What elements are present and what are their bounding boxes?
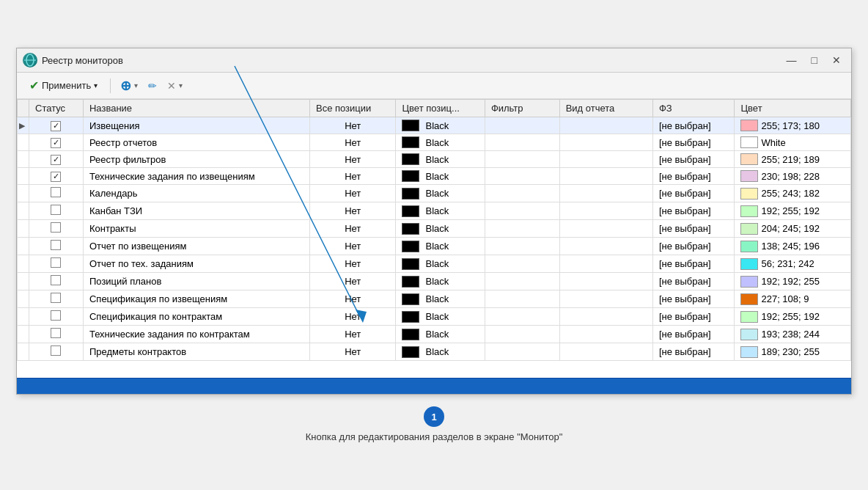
status-checkbox[interactable] [51, 328, 61, 338]
data-table: Статус Название Все позиции Цвет позиц..… [17, 99, 851, 361]
annotation-number: 1 [431, 412, 436, 423]
status-checkbox[interactable] [51, 257, 61, 268]
edit-button[interactable]: ✏ [144, 77, 161, 95]
table-row[interactable]: КонтрактыНетBlack[не выбран]204; 245; 19… [18, 220, 851, 238]
row-fz: [не выбран] [652, 290, 734, 308]
status-cell[interactable] [29, 343, 84, 361]
color-swatch [402, 258, 419, 270]
table-row[interactable]: Канбан ТЗИНетBlack[не выбран]192; 255; 1… [18, 202, 851, 220]
add-dropdown-arrow: ▾ [134, 81, 138, 89]
row-result-color: 138; 245; 196 [735, 238, 851, 255]
color-label: Black [425, 311, 449, 322]
status-checkbox[interactable] [51, 240, 61, 250]
status-checkbox[interactable]: ✓ [51, 155, 61, 165]
title-bar: Реестр мониторов — □ ✕ [17, 48, 851, 73]
table-row[interactable]: ▶✓ИзвещенияНетBlack[не выбран]255; 173; … [18, 117, 851, 134]
status-checkbox[interactable] [51, 222, 61, 233]
row-indicator [18, 168, 29, 185]
status-cell[interactable] [29, 202, 84, 220]
status-checkbox[interactable]: ✓ [51, 172, 61, 182]
row-color-position: Black [396, 151, 485, 168]
result-color-label: 193; 238; 244 [761, 329, 820, 340]
result-color-swatch [740, 136, 758, 148]
status-checkbox[interactable] [51, 275, 61, 285]
col-color-position[interactable]: Цвет позиц... [396, 100, 485, 117]
status-checkbox[interactable]: ✓ [51, 121, 61, 131]
status-cell[interactable]: ✓ [29, 134, 84, 151]
table-row[interactable]: КалендарьНетBlack[не выбран]255; 243; 18… [18, 185, 851, 202]
table-row[interactable]: Технические задания по контрактамНетBlac… [18, 326, 851, 343]
close-button[interactable]: ✕ [828, 54, 845, 67]
status-cell[interactable]: ✓ [29, 151, 84, 168]
title-bar-left: Реестр мониторов [23, 53, 123, 67]
row-name: Технические задания по извещениям [83, 168, 309, 185]
status-bar [17, 378, 851, 394]
color-label: Black [425, 223, 449, 234]
color-swatch [402, 346, 419, 358]
col-status[interactable]: Статус [29, 100, 84, 117]
status-cell[interactable]: ✓ [29, 168, 84, 185]
table-row[interactable]: Отчет по тех. заданиямНетBlack[не выбран… [18, 255, 851, 273]
delete-button[interactable]: ✕ ▾ [163, 77, 186, 95]
row-color-position: Black [396, 326, 485, 343]
status-checkbox[interactable] [51, 187, 61, 197]
status-checkbox[interactable]: ✓ [51, 138, 61, 148]
status-cell[interactable] [29, 308, 84, 326]
add-button[interactable]: ⊕ ▾ [117, 76, 141, 95]
table-row[interactable]: Спецификация по извещениямНетBlack[не вы… [18, 290, 851, 308]
status-cell[interactable] [29, 255, 84, 273]
table-row[interactable]: ✓Технические задания по извещениямНетBla… [18, 168, 851, 185]
status-cell[interactable] [29, 220, 84, 238]
status-cell[interactable] [29, 238, 84, 255]
table-row[interactable]: Позиций плановНетBlack[не выбран]192; 19… [18, 273, 851, 290]
data-table-container[interactable]: Статус Название Все позиции Цвет позиц..… [17, 99, 851, 378]
table-row[interactable]: Предметы контрактовНетBlack[не выбран]18… [18, 343, 851, 361]
result-color-swatch [740, 258, 758, 270]
status-cell[interactable] [29, 326, 84, 343]
col-color[interactable]: Цвет [735, 100, 851, 117]
row-filter [485, 202, 559, 220]
row-indicator: ▶ [18, 117, 29, 134]
row-result-color: 192; 255; 192 [735, 308, 851, 326]
row-fz: [не выбран] [652, 151, 734, 168]
row-result-color: 192; 255; 192 [735, 202, 851, 220]
col-report-type[interactable]: Вид отчета [559, 100, 652, 117]
status-checkbox[interactable] [51, 310, 61, 321]
status-checkbox[interactable] [51, 205, 61, 215]
row-all-positions: Нет [309, 220, 396, 238]
row-all-positions: Нет [309, 151, 396, 168]
table-row[interactable]: ✓Реестр отчетовНетBlack[не выбран]White [18, 134, 851, 151]
table-row[interactable]: Спецификация по контрактамНетBlack[не вы… [18, 308, 851, 326]
result-color-swatch [740, 329, 758, 340]
row-indicator [18, 273, 29, 290]
col-name[interactable]: Название [83, 100, 309, 117]
row-report-type [559, 290, 652, 308]
status-cell[interactable] [29, 273, 84, 290]
status-cell[interactable] [29, 185, 84, 202]
status-checkbox[interactable] [51, 345, 61, 356]
col-fz[interactable]: ФЗ [652, 100, 734, 117]
maximize-button[interactable]: □ [807, 54, 822, 67]
row-filter [485, 238, 559, 255]
result-color-swatch [740, 188, 758, 200]
table-row[interactable]: Отчет по извещениямНетBlack[не выбран]13… [18, 238, 851, 255]
status-checkbox[interactable] [51, 293, 61, 303]
col-all-positions[interactable]: Все позиции [309, 100, 396, 117]
row-indicator [18, 290, 29, 308]
color-label: Black [425, 346, 449, 357]
minimize-button[interactable]: — [782, 54, 801, 67]
col-filter[interactable]: Фильтр [485, 100, 559, 117]
row-fz: [не выбран] [652, 117, 734, 134]
apply-button[interactable]: ✔ Применить ▾ [23, 76, 104, 95]
row-name: Технические задания по контрактам [83, 326, 309, 343]
result-color-label: 192; 255; 192 [761, 311, 820, 322]
main-window: Реестр мониторов — □ ✕ ✔ Применить ▾ ⊕ ▾… [16, 48, 852, 395]
row-indicator [18, 220, 29, 238]
color-label: Black [425, 137, 449, 148]
row-color-position: Black [396, 273, 485, 290]
status-cell[interactable] [29, 290, 84, 308]
status-cell[interactable]: ✓ [29, 117, 84, 134]
color-label: Black [425, 188, 449, 199]
table-row[interactable]: ✓Реестр фильтровНетBlack[не выбран]255; … [18, 151, 851, 168]
row-result-color: 204; 245; 192 [735, 220, 851, 238]
